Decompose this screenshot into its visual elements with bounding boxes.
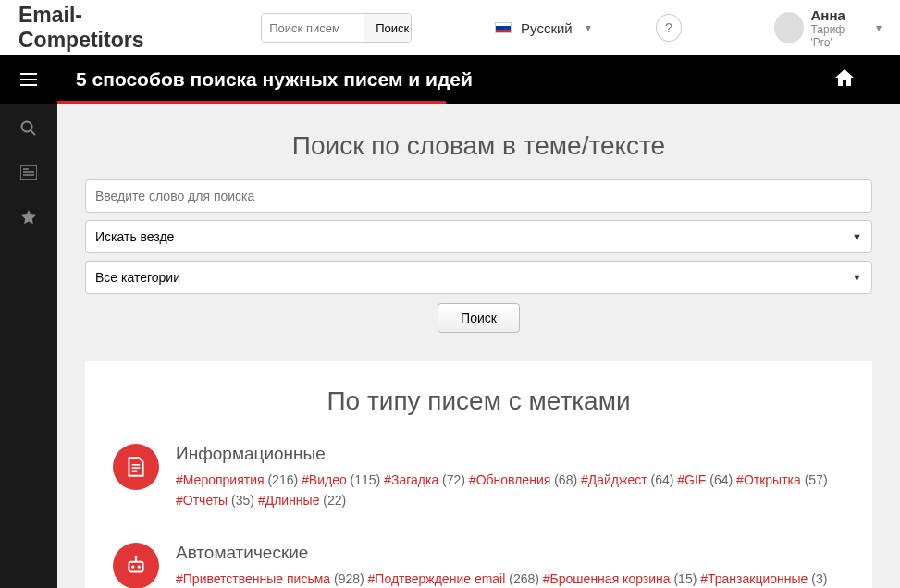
help-button[interactable]: ? [656,14,682,42]
type-title: Информационные [176,444,845,464]
keyword-input[interactable] [85,179,872,213]
tag-count: (928) [330,571,367,586]
tag-list: #Приветственные письма (928) #Подтвержде… [176,569,845,588]
tag-link[interactable]: #Дайджест [581,472,647,487]
tag-link[interactable]: #Отчеты [176,493,228,508]
sidebar-favorites[interactable] [20,209,37,230]
types-card: По типу писем с метками Информационные #… [85,361,872,588]
menu-toggle[interactable] [0,55,57,104]
tag-link[interactable]: #Приветственные письма [176,571,330,586]
caret-down-icon: ▼ [852,231,862,242]
document-icon [124,455,148,479]
tag-link[interactable]: #Транзакционные [700,571,808,586]
chevron-down-icon: ▾ [876,21,882,34]
header: Email-Competitors Поиск Русский ▾ ? Анна… [0,0,900,55]
type-group-informational: Информационные #Мероприятия (216) #Видео… [113,444,845,511]
chevron-down-icon: ▾ [586,21,591,34]
automatic-icon [113,543,159,588]
category-select[interactable]: Все категории ▼ [85,261,872,294]
tag-count: (35) [228,493,258,508]
svg-rect-0 [20,73,37,75]
scope-select[interactable]: Искать везде ▼ [85,220,872,253]
header-search-group: Поиск [261,13,412,43]
svg-point-13 [131,565,134,568]
newspaper-icon [20,165,37,180]
flag-icon [495,22,512,33]
svg-rect-12 [129,561,142,571]
sidebar-search[interactable] [20,120,37,141]
search-submit-button[interactable]: Поиск [438,303,520,333]
header-search-input[interactable] [262,14,364,42]
tag-link[interactable]: #Длинные [258,493,320,508]
tag-count: (57) [801,472,828,487]
svg-rect-2 [20,84,37,86]
page-title: 5 способов поиска нужных писем и идей [76,68,473,91]
type-group-automatic: Автоматические #Приветственные письма (9… [113,543,845,588]
svg-line-4 [31,130,35,135]
tag-count: (3) [808,571,827,586]
language-selector[interactable]: Русский ▾ [495,20,591,36]
main-content: Поиск по словам в теме/тексте Искать вез… [57,104,900,588]
search-heading: Поиск по словам в теме/тексте [85,131,872,161]
svg-point-14 [138,565,141,568]
tag-list: #Мероприятия (216) #Видео (115) #Загадка… [176,470,845,511]
subheader: 5 способов поиска нужных писем и идей [0,55,900,104]
tag-count: (115) [347,472,384,487]
tag-link[interactable]: #Подтверждение email [368,571,506,586]
home-icon [835,69,854,86]
tag-count: (22) [319,493,346,508]
svg-rect-5 [20,165,37,180]
header-search-button[interactable]: Поиск [364,14,412,42]
hamburger-icon [20,73,37,86]
tag-count: (68) [550,472,581,487]
user-menu[interactable]: Анна Тариф 'Pro' ▾ [774,7,882,49]
logo[interactable]: Email-Competitors [18,3,196,53]
tag-count: (15) [671,571,701,586]
tag-count: (216) [265,472,302,487]
robot-icon [124,554,148,578]
caret-down-icon: ▼ [852,272,862,283]
user-plan: Тариф 'Pro' [811,23,866,49]
category-value: Все категории [95,270,180,285]
search-icon [20,120,37,137]
tag-link[interactable]: #Обновления [469,472,550,487]
language-label: Русский [521,20,573,36]
scope-value: Искать везде [95,229,174,244]
star-icon [20,209,37,226]
svg-rect-1 [20,79,37,80]
sidebar-news[interactable] [20,165,37,185]
tag-link[interactable]: #Загадка [384,472,438,487]
tag-link[interactable]: #GIF [677,472,706,487]
home-button[interactable] [835,69,854,91]
user-name: Анна [811,7,866,23]
tag-count: (268) [505,571,542,586]
tag-count: (72) [438,472,469,487]
sidebar [0,104,57,588]
avatar [774,12,803,43]
type-title: Автоматические [176,543,845,563]
tag-link[interactable]: #Открытка [736,472,801,487]
tag-count: (64) [647,472,678,487]
svg-point-3 [22,122,32,132]
tag-link[interactable]: #Брошенная корзина [543,571,671,586]
informational-icon [113,444,159,490]
types-heading: По типу писем с метками [113,386,845,416]
svg-point-16 [134,555,137,557]
tag-count: (64) [706,472,736,487]
tag-link[interactable]: #Видео [302,472,347,487]
tag-link[interactable]: #Мероприятия [176,472,265,487]
